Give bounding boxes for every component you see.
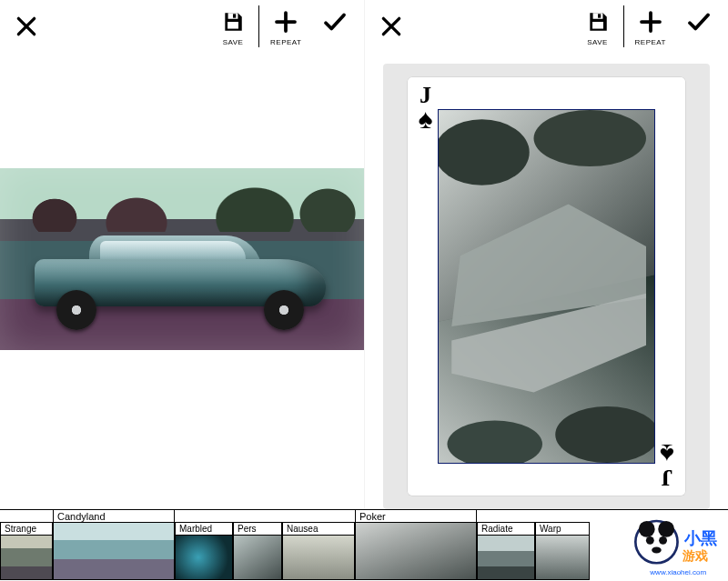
filter-label: Poker: [356, 510, 476, 523]
filter-label: Marbled: [176, 523, 232, 536]
svg-point-12: [555, 406, 654, 463]
repeat-label: REPEAT: [270, 38, 301, 46]
card-image-frame: [438, 109, 656, 464]
repeat-button[interactable]: REPEAT: [261, 5, 310, 46]
svg-rect-2: [228, 22, 238, 29]
floppy-icon: [586, 10, 610, 34]
filter-preview-icon: [234, 536, 281, 579]
close-icon: [15, 15, 38, 38]
filter-thumb-strange[interactable]: Strange: [0, 522, 53, 580]
svg-rect-4: [598, 14, 601, 17]
filter-preview-icon: [1, 536, 52, 579]
svg-point-9: [533, 110, 646, 166]
filter-preview-icon: [54, 523, 174, 579]
check-icon: [321, 8, 349, 35]
svg-point-8: [439, 119, 530, 185]
save-button[interactable]: SAVE: [574, 5, 622, 46]
card-corner-bottom: J ♠: [652, 444, 682, 491]
filter-label: Radiate: [478, 523, 534, 536]
accept-button[interactable]: [311, 5, 359, 36]
filter-preview-icon: [536, 536, 589, 579]
repeat-button[interactable]: REPEAT: [626, 5, 675, 46]
toolbar-separator: [623, 5, 624, 47]
filter-thumb-radiate[interactable]: Radiate: [477, 522, 535, 580]
filter-thumb-pers[interactable]: Pers: [233, 522, 282, 580]
filter-strip[interactable]: StrangeCandylandMarbledPersNauseaPokerRa…: [0, 509, 728, 581]
close-icon: [379, 15, 403, 38]
filter-label: Warp: [536, 523, 589, 536]
toolbar-right: SAVE REPEAT: [365, 0, 729, 56]
filter-label: Nausea: [283, 523, 354, 536]
plus-icon: [272, 8, 299, 35]
filter-thumb-warp[interactable]: Warp: [535, 522, 590, 580]
filter-preview-icon: [176, 536, 232, 579]
check-icon: [685, 8, 713, 35]
card-corner-top: J ♠: [410, 82, 441, 129]
spade-icon: ♠: [652, 444, 682, 464]
accept-button[interactable]: [675, 5, 723, 36]
filter-label: Strange: [1, 523, 52, 536]
plus-icon: [637, 8, 664, 35]
preview-image-right[interactable]: J ♠ J ♠: [383, 64, 711, 509]
save-label: SAVE: [587, 38, 608, 46]
filter-thumb-marbled[interactable]: Marbled: [175, 522, 233, 580]
filter-thumb-candyland[interactable]: Candyland: [53, 509, 175, 580]
filter-preview-icon: [356, 523, 476, 579]
svg-rect-1: [233, 14, 236, 17]
spade-icon: ♠: [410, 109, 441, 129]
editor-panel-left: SAVE REPEAT: [0, 0, 365, 509]
filter-label: Candyland: [54, 510, 174, 523]
toolbar-separator: [258, 5, 259, 47]
close-button[interactable]: [5, 5, 47, 47]
save-label: SAVE: [223, 38, 244, 46]
filter-thumb-poker[interactable]: Poker: [355, 509, 477, 580]
playing-card: J ♠ J ♠: [407, 76, 687, 496]
preview-image-left[interactable]: [0, 168, 364, 350]
filter-preview-icon: [478, 536, 534, 579]
save-button[interactable]: SAVE: [209, 5, 257, 46]
editor-panel-right: SAVE REPEAT: [365, 0, 729, 509]
close-button[interactable]: [370, 5, 412, 47]
filter-thumb-nausea[interactable]: Nausea: [282, 522, 355, 580]
filter-label: Pers: [234, 523, 281, 536]
car-illustration: [35, 234, 326, 325]
svg-rect-5: [592, 22, 603, 29]
floppy-icon: [221, 10, 245, 34]
toolbar-left: SAVE REPEAT: [0, 0, 364, 56]
repeat-label: REPEAT: [635, 38, 666, 46]
filter-preview-icon: [283, 536, 354, 579]
